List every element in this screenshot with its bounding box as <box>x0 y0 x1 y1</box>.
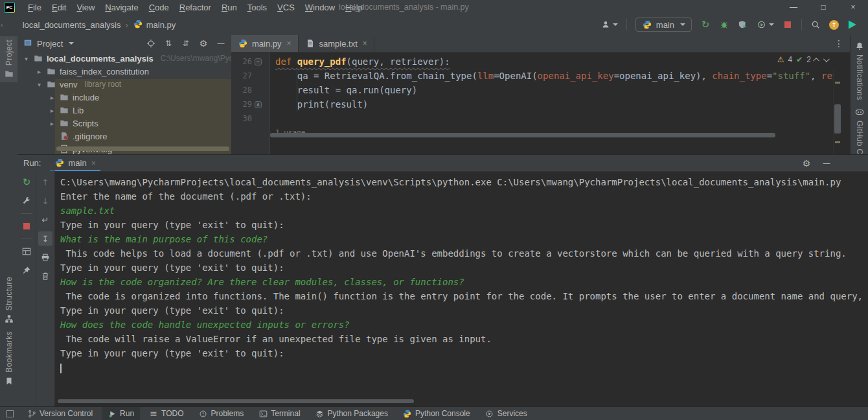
fold-marker-start[interactable]: − <box>255 58 262 65</box>
menu-file[interactable]: File <box>23 2 47 13</box>
statusbar-python-console[interactable]: Python Console <box>397 407 476 420</box>
hide-panel-button[interactable]: — <box>216 38 226 49</box>
statusbar-terminal[interactable]: Terminal <box>253 407 306 420</box>
tree-item--gitignore[interactable]: .gitignore <box>17 130 231 143</box>
editor-tab-main-py[interactable]: main.py× <box>231 35 299 52</box>
editor-horizontal-scrollbar[interactable] <box>270 133 775 137</box>
tool-window-switcher-icon[interactable] <box>3 410 16 417</box>
run-tab-main[interactable]: main × <box>50 155 100 171</box>
expand-all-button[interactable]: ⇅ <box>163 38 174 49</box>
breadcrumb-project[interactable]: local_documents_analysis <box>23 20 121 30</box>
chevron-expanded-icon[interactable]: ▾ <box>36 81 43 88</box>
window-maximize-button[interactable]: □ <box>808 0 838 14</box>
chevron-expanded-icon[interactable]: ▾ <box>23 55 30 62</box>
prev-occurrence-button[interactable]: ↑ <box>38 175 52 189</box>
gitfile-icon <box>59 131 69 141</box>
debug-button[interactable] <box>719 19 729 30</box>
statusbar-todo[interactable]: ≡TODO <box>143 407 189 420</box>
editor-body[interactable]: 26−272829∧30 def query_pdf(query, retrie… <box>231 52 842 154</box>
rerun-button[interactable]: ↻ <box>19 175 34 189</box>
stripe-structure[interactable]: Structure <box>0 274 17 327</box>
close-tab-icon[interactable]: × <box>91 159 96 168</box>
hide-run-panel-button[interactable]: — <box>821 158 832 169</box>
inspections-widget[interactable]: ⚠ 4 ✔ 2 <box>777 55 828 64</box>
tree-item-venv[interactable]: ▾venvlibrary root <box>17 78 231 91</box>
bookmarks-icon <box>4 376 14 386</box>
project-panel-title[interactable]: Project <box>37 39 63 49</box>
chevron-down-icon[interactable] <box>69 42 74 45</box>
stop-button[interactable] <box>19 219 34 233</box>
chevron-collapsed-icon[interactable]: ▸ <box>49 94 56 101</box>
menu-edit[interactable]: Edit <box>47 2 71 13</box>
menu-refactor[interactable]: Refactor <box>174 2 216 13</box>
statusbar-problems[interactable]: Problems <box>193 407 250 420</box>
statusbar-services[interactable]: Services <box>479 407 533 420</box>
chevron-collapsed-icon[interactable]: ▸ <box>49 120 56 127</box>
chevron-collapsed-icon[interactable]: ▸ <box>36 68 43 75</box>
restore-layout-button[interactable] <box>19 244 34 259</box>
breadcrumb-file[interactable]: main.py <box>133 19 176 30</box>
tab-options-button[interactable]: ⋮ <box>827 35 851 52</box>
code-content[interactable]: def query_pdf(query, retriever): qa = Re… <box>275 54 842 126</box>
window-close-button[interactable]: × <box>838 0 868 14</box>
menu-window[interactable]: Window <box>300 2 340 13</box>
statusbar-version-control[interactable]: Version Control <box>21 407 98 420</box>
menu-view[interactable]: View <box>71 2 100 13</box>
console-caret-line[interactable] <box>60 360 864 375</box>
menu-run[interactable]: Run <box>216 2 242 13</box>
main-toolbar: main↻↑ <box>600 18 868 32</box>
select-opened-file-button[interactable] <box>146 38 156 49</box>
stripe-notifications[interactable]: Notifications <box>851 38 868 104</box>
menu-bar: FileEditViewNavigateCodeRefactorRunTools… <box>23 2 368 13</box>
soft-wrap-button[interactable]: ↵ <box>38 213 52 227</box>
editor-tab-sample-txt[interactable]: sample.txt× <box>299 35 374 52</box>
menu-tools[interactable]: Tools <box>242 2 272 13</box>
stop-button[interactable] <box>782 19 793 30</box>
hide-navbar-icon[interactable]: ‹ <box>1 21 3 29</box>
chevron-collapsed-icon[interactable]: ▸ <box>49 107 56 114</box>
scroll-to-end-button[interactable]: ↧ <box>38 231 52 246</box>
statusbar-run[interactable]: Run <box>102 407 140 420</box>
code-line <box>275 111 842 126</box>
collapse-all-button[interactable]: ⇵ <box>181 38 191 49</box>
run-with-coverage-button[interactable] <box>738 19 748 30</box>
prev-issue-icon[interactable] <box>813 57 819 64</box>
statusbar-python-packages[interactable]: Python Packages <box>310 407 394 420</box>
ide-services-button[interactable] <box>847 19 858 30</box>
update-available-button[interactable]: ↑ <box>829 20 839 30</box>
stripe-bookmarks[interactable]: Bookmarks <box>0 328 17 390</box>
editor-scroll-marks[interactable] <box>833 69 842 154</box>
profiler-button[interactable] <box>757 19 774 30</box>
tree-item-faiss-index-constitution[interactable]: ▸faiss_index_constitution <box>17 65 231 78</box>
tree-item-include[interactable]: ▸include <box>17 91 231 104</box>
console-user-input: How does the code handle unexpected inpu… <box>60 318 864 332</box>
user-account-button[interactable] <box>600 19 618 30</box>
console-horizontal-scrollbar[interactable] <box>58 399 414 403</box>
run-console[interactable]: C:\Users\mwang\PycharmProjects\local_doc… <box>55 170 864 407</box>
pin-tab-button[interactable] <box>19 263 34 277</box>
next-occurrence-button[interactable]: ↓ <box>38 194 52 208</box>
tree-item-lib[interactable]: ▸Lib <box>17 104 231 117</box>
fold-marker-end[interactable]: ∧ <box>255 101 262 108</box>
console-settings-button[interactable]: ⚙ <box>801 158 812 169</box>
tree-item-local-documents-analysis[interactable]: ▾local_documents_analysisC:\Users\mwang\… <box>17 52 231 65</box>
run-configuration-selector[interactable]: main <box>635 18 692 32</box>
tree-item-scripts[interactable]: ▸Scripts <box>17 117 231 130</box>
edit-run-configuration-button[interactable] <box>19 194 34 208</box>
menu-navigate[interactable]: Navigate <box>100 2 143 13</box>
print-button[interactable] <box>38 250 52 264</box>
window-minimize-button[interactable]: — <box>779 0 808 14</box>
settings-button[interactable]: ⚙ <box>198 38 209 49</box>
editor-scrollbar-thumb[interactable] <box>834 104 841 134</box>
gradplay-icon <box>847 19 858 30</box>
menu-vcs[interactable]: VCS <box>272 2 300 13</box>
stripe-project[interactable]: Project <box>0 36 17 82</box>
close-tab-icon[interactable]: × <box>363 39 367 48</box>
stripe-label: Project <box>5 40 14 65</box>
run-button[interactable]: ↻ <box>700 19 711 30</box>
menu-code[interactable]: Code <box>144 2 174 13</box>
search-everywhere-button[interactable] <box>810 19 821 30</box>
clear-all-button[interactable] <box>38 269 52 283</box>
close-tab-icon[interactable]: × <box>287 39 291 48</box>
tree-horizontal-scrollbar[interactable] <box>56 146 229 151</box>
